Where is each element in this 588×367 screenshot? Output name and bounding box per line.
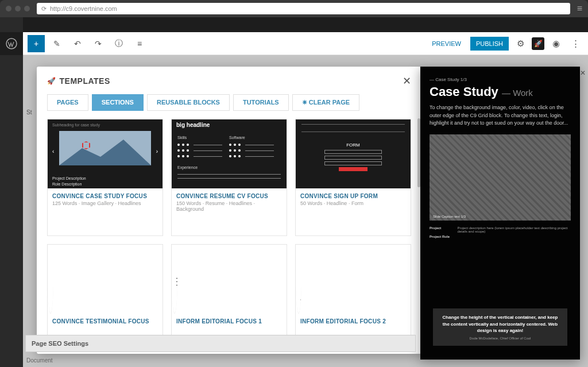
wp-logo-sidebar[interactable]: [0, 32, 23, 55]
template-thumb: [172, 245, 177, 314]
preview-meta: ProjectProject description here (lorem i…: [430, 226, 571, 238]
template-card[interactable]: FORM CONVINCE SIGN UP FORM 50 Words · He…: [295, 119, 411, 236]
more-icon[interactable]: ⋮: [567, 36, 583, 52]
template-card[interactable]: Subheading for case study ‹ › Project De…: [47, 119, 163, 236]
template-thumb: big headline Skills Software: [172, 119, 287, 188]
templates-modal: 🚀 TEMPLATES ✕ PAGES SECTIONS REUSABLE BL…: [37, 67, 421, 354]
c9-plugin-icon[interactable]: 🚀: [532, 37, 544, 50]
preview-desc: To change the background image, color, v…: [430, 104, 571, 128]
editor-content: St ✕ 🚀 TEMPLATES ✕ PAGES SECTIONS REUSAB…: [23, 55, 588, 367]
page-seo-settings[interactable]: Page SEO Settings: [25, 335, 416, 352]
close-modal-button[interactable]: ✕: [403, 75, 411, 87]
template-title: INFORM EDITORIAL FOCUS 2: [300, 318, 406, 324]
hamburger-icon[interactable]: ≡: [577, 3, 582, 14]
url-bar[interactable]: ⟳ http://c9.covertnine.com: [37, 3, 570, 14]
preview-button[interactable]: PREVIEW: [426, 37, 467, 51]
template-title: INFORM EDITORIAL FOCUS 1: [176, 318, 282, 324]
preview-image: Slide Caption text 1/3: [430, 134, 571, 221]
document-label[interactable]: Document: [26, 357, 53, 364]
template-title: CONVINCE SIGN UP FORM: [300, 193, 406, 199]
browser-chrome: ⟳ http://c9.covertnine.com ≡: [0, 0, 588, 17]
panel-close-icon[interactable]: ✕: [580, 69, 586, 77]
refresh-icon[interactable]: ⟳: [41, 5, 47, 13]
redo-icon[interactable]: ↷: [90, 35, 107, 52]
preview-panel: — Case Study 1/3 Case Study — Work To ch…: [420, 67, 580, 360]
template-thumb: “: [296, 245, 301, 314]
close-light[interactable]: [6, 6, 11, 11]
modal-tabs: PAGES SECTIONS REUSABLE BLOCKS TUTORIALS…: [47, 94, 411, 111]
tab-sections[interactable]: SECTIONS: [92, 94, 144, 111]
template-desc: 150 Words · Resume · Headlines · Backgro…: [176, 200, 282, 212]
template-title: CONVINCE CASE STUDY FOCUS: [52, 193, 158, 199]
info-icon[interactable]: ⓘ: [110, 35, 127, 52]
tab-clear-page[interactable]: ✷ CLEAR PAGE: [292, 94, 359, 111]
publish-button[interactable]: PUBLISH: [470, 37, 509, 51]
chevron-right-icon: ›: [156, 148, 158, 154]
template-desc: 125 Words · Image Gallery · Headlines: [52, 200, 158, 206]
minimize-light[interactable]: [15, 6, 21, 11]
rocket-icon: 🚀: [47, 77, 56, 85]
editor-toolbar: + ✎ ↶ ↷ ⓘ ≡ PREVIEW PUBLISH ⚙ 🚀 ◉ ⋮: [23, 32, 588, 55]
template-card[interactable]: “ INFORM EDITORIAL FOCUS 2: [295, 244, 411, 349]
template-card[interactable]: INFORM EDITORIAL FOCUS 1: [171, 244, 287, 349]
settings-icon[interactable]: ⚙: [512, 36, 528, 52]
template-thumb: what we do Pricing A TESTIMONIAL “ “: [48, 245, 53, 314]
wp-admin-bar: [23, 17, 588, 32]
template-thumb: Subheading for case study ‹ › Project De…: [48, 119, 163, 188]
template-card[interactable]: big headline Skills Software: [171, 119, 287, 236]
undo-icon[interactable]: ↶: [69, 35, 86, 52]
template-desc: 50 Words · Headline · Form: [300, 200, 406, 206]
outline-icon[interactable]: ≡: [131, 35, 148, 52]
preview-title: Case Study — Work: [430, 84, 571, 99]
jetpack-icon[interactable]: ◉: [548, 36, 564, 52]
add-block-button[interactable]: +: [28, 35, 45, 52]
chevron-left-icon: ‹: [52, 148, 54, 154]
template-title: CONVINCE RESUME CV FOCUS: [176, 193, 282, 199]
traffic-lights: [6, 6, 30, 11]
edit-icon[interactable]: ✎: [48, 35, 65, 52]
preview-crumb: — Case Study 1/3: [430, 77, 571, 82]
template-card[interactable]: what we do Pricing A TESTIMONIAL “ “: [47, 244, 163, 349]
tab-reusable-blocks[interactable]: REUSABLE BLOCKS: [147, 94, 230, 111]
zoom-light[interactable]: [24, 6, 30, 11]
tab-pages[interactable]: PAGES: [47, 94, 88, 111]
preview-footer: Change the height of the vertical contai…: [433, 308, 567, 346]
modal-title: 🚀 TEMPLATES: [47, 76, 110, 86]
tab-tutorials[interactable]: TUTORIALS: [233, 94, 289, 111]
svg-point-0: [6, 38, 17, 49]
template-grid: Subheading for case study ‹ › Project De…: [47, 119, 411, 349]
wordpress-icon: [6, 38, 17, 49]
url-text: http://c9.covertnine.com: [50, 5, 117, 12]
template-title: CONVINCE TESTIMONIAL FOCUS: [52, 318, 158, 324]
template-thumb: FORM: [296, 119, 411, 188]
